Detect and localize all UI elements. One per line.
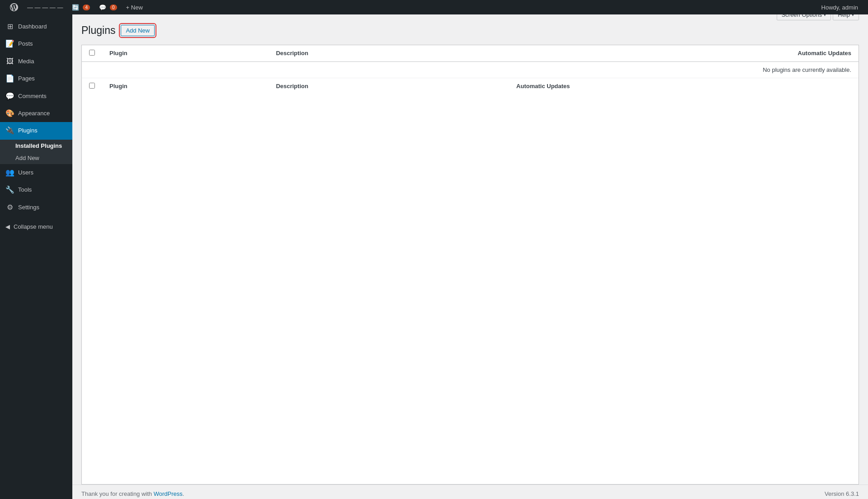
wp-footer: Thank you for creating with WordPress. V…: [72, 485, 868, 499]
sidebar-subitem-installed-plugins[interactable]: Installed Plugins: [0, 140, 72, 152]
appearance-icon: 🎨: [5, 108, 14, 118]
sidebar-item-pages[interactable]: 📄 Pages: [0, 70, 72, 87]
select-all-checkbox[interactable]: [89, 50, 95, 56]
plugins-submenu: Installed Plugins Add New: [0, 140, 72, 164]
admin-sidebar: ⊞ Dashboard 📝 Posts 🖼 Media 📄 Pages 💬 Co…: [0, 14, 72, 499]
automatic-updates-column-footer: Automatic Updates: [509, 78, 859, 94]
new-content-menu[interactable]: + New: [122, 0, 147, 14]
collapse-menu-button[interactable]: ◀ Collapse menu: [0, 220, 72, 234]
sidebar-item-comments[interactable]: 💬 Comments: [0, 88, 72, 105]
footer-credit: Thank you for creating with WordPress.: [81, 490, 184, 497]
wp-logo-menu[interactable]: [5, 0, 23, 14]
collapse-icon: ◀: [5, 223, 10, 230]
select-all-footer: [82, 78, 102, 94]
sidebar-item-users[interactable]: 👥 Users: [0, 164, 72, 181]
posts-icon: 📝: [5, 39, 14, 49]
no-plugins-message: No plugins are currently available.: [82, 61, 859, 78]
description-column-footer: Description: [269, 78, 509, 94]
sidebar-item-appearance[interactable]: 🎨 Appearance: [0, 105, 72, 122]
sidebar-subitem-add-new[interactable]: Add New: [0, 152, 72, 164]
add-new-plugin-button[interactable]: Add New: [121, 25, 155, 36]
plugins-icon: 🔌: [5, 126, 14, 136]
plugin-column-footer: Plugin: [102, 78, 269, 94]
media-icon: 🖼: [5, 56, 14, 66]
plugin-column-header: Plugin: [102, 45, 269, 62]
select-all-checkbox-bottom[interactable]: [89, 83, 95, 89]
pages-icon: 📄: [5, 74, 14, 84]
users-icon: 👥: [5, 168, 14, 178]
wp-version: Version 6.3.1: [825, 490, 859, 497]
select-all-header: [82, 45, 102, 62]
admin-bar: — — — — — 🔄 4 💬 0 + New Howdy, admin: [0, 0, 868, 14]
dashboard-icon: ⊞: [5, 22, 14, 32]
table-row-bottom: Plugin Description Automatic Updates: [82, 78, 859, 94]
settings-icon: ⚙: [5, 202, 14, 212]
plugins-table-wrap: Plugin Description Automatic Updates No …: [81, 45, 859, 485]
sidebar-item-media[interactable]: 🖼 Media: [0, 53, 72, 70]
tools-icon: 🔧: [5, 185, 14, 195]
main-content: Screen Options Help Plugins Add New Plug…: [72, 0, 868, 485]
description-column-header: Description: [269, 45, 509, 62]
sidebar-item-dashboard[interactable]: ⊞ Dashboard: [0, 18, 72, 35]
updates-menu[interactable]: 🔄 4: [67, 0, 94, 14]
page-heading: Plugins Add New: [81, 24, 859, 38]
no-plugins-row: No plugins are currently available.: [82, 61, 859, 78]
sidebar-item-posts[interactable]: 📝 Posts: [0, 35, 72, 52]
page-title: Plugins: [81, 24, 115, 38]
sidebar-item-plugins[interactable]: 🔌 Plugins: [0, 122, 72, 139]
automatic-updates-column-header: Automatic Updates: [509, 45, 859, 62]
sidebar-item-tools[interactable]: 🔧 Tools: [0, 181, 72, 198]
sidebar-item-settings[interactable]: ⚙ Settings: [0, 199, 72, 216]
comments-icon: 💬: [5, 91, 14, 101]
site-name-menu[interactable]: — — — — —: [23, 0, 67, 14]
wordpress-link[interactable]: WordPress: [154, 490, 183, 497]
plugins-table: Plugin Description Automatic Updates No …: [82, 45, 859, 94]
admin-user-menu[interactable]: Howdy, admin: [817, 0, 863, 14]
comments-menu[interactable]: 💬 0: [94, 0, 122, 14]
